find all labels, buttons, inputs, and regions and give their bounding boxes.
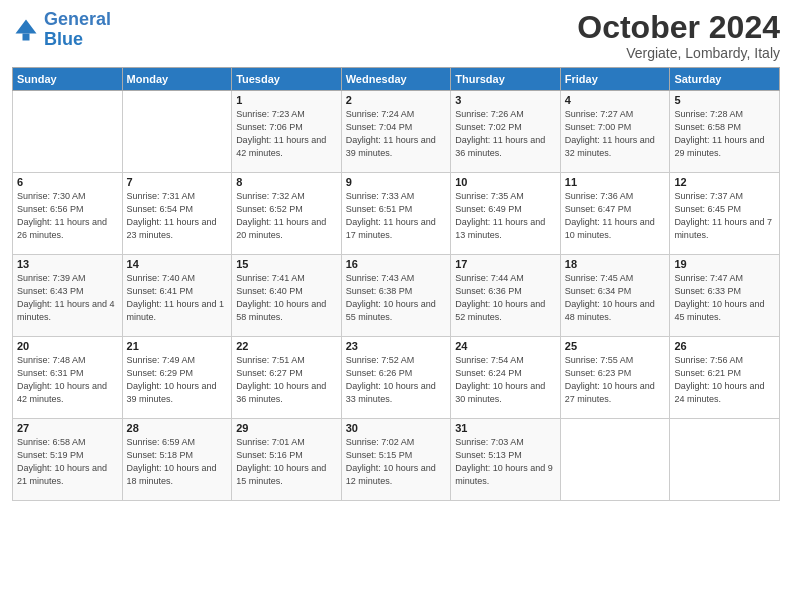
day-cell: 27Sunrise: 6:58 AM Sunset: 5:19 PM Dayli… [13, 419, 123, 501]
day-cell: 29Sunrise: 7:01 AM Sunset: 5:16 PM Dayli… [232, 419, 342, 501]
day-content: Sunrise: 7:43 AM Sunset: 6:38 PM Dayligh… [346, 272, 447, 324]
day-content: Sunrise: 7:56 AM Sunset: 6:21 PM Dayligh… [674, 354, 775, 406]
month-title: October 2024 [577, 10, 780, 45]
day-number: 7 [127, 176, 228, 188]
day-content: Sunrise: 7:40 AM Sunset: 6:41 PM Dayligh… [127, 272, 228, 324]
week-row-1: 1Sunrise: 7:23 AM Sunset: 7:06 PM Daylig… [13, 91, 780, 173]
day-number: 6 [17, 176, 118, 188]
day-cell: 17Sunrise: 7:44 AM Sunset: 6:36 PM Dayli… [451, 255, 561, 337]
day-cell: 24Sunrise: 7:54 AM Sunset: 6:24 PM Dayli… [451, 337, 561, 419]
day-number: 31 [455, 422, 556, 434]
logo-icon [12, 16, 40, 44]
day-number: 27 [17, 422, 118, 434]
day-number: 4 [565, 94, 666, 106]
week-row-3: 13Sunrise: 7:39 AM Sunset: 6:43 PM Dayli… [13, 255, 780, 337]
day-content: Sunrise: 7:39 AM Sunset: 6:43 PM Dayligh… [17, 272, 118, 324]
col-header-monday: Monday [122, 68, 232, 91]
day-cell: 15Sunrise: 7:41 AM Sunset: 6:40 PM Dayli… [232, 255, 342, 337]
day-cell: 10Sunrise: 7:35 AM Sunset: 6:49 PM Dayli… [451, 173, 561, 255]
day-number: 16 [346, 258, 447, 270]
page-container: General Blue October 2024 Vergiate, Lomb… [0, 0, 792, 507]
day-cell: 1Sunrise: 7:23 AM Sunset: 7:06 PM Daylig… [232, 91, 342, 173]
day-content: Sunrise: 7:54 AM Sunset: 6:24 PM Dayligh… [455, 354, 556, 406]
week-row-4: 20Sunrise: 7:48 AM Sunset: 6:31 PM Dayli… [13, 337, 780, 419]
day-cell: 12Sunrise: 7:37 AM Sunset: 6:45 PM Dayli… [670, 173, 780, 255]
header: General Blue October 2024 Vergiate, Lomb… [12, 10, 780, 61]
day-cell: 21Sunrise: 7:49 AM Sunset: 6:29 PM Dayli… [122, 337, 232, 419]
day-number: 11 [565, 176, 666, 188]
day-cell [122, 91, 232, 173]
title-block: October 2024 Vergiate, Lombardy, Italy [577, 10, 780, 61]
day-number: 1 [236, 94, 337, 106]
day-cell: 16Sunrise: 7:43 AM Sunset: 6:38 PM Dayli… [341, 255, 451, 337]
day-content: Sunrise: 7:32 AM Sunset: 6:52 PM Dayligh… [236, 190, 337, 242]
day-cell: 14Sunrise: 7:40 AM Sunset: 6:41 PM Dayli… [122, 255, 232, 337]
day-cell [13, 91, 123, 173]
day-cell: 3Sunrise: 7:26 AM Sunset: 7:02 PM Daylig… [451, 91, 561, 173]
day-content: Sunrise: 7:30 AM Sunset: 6:56 PM Dayligh… [17, 190, 118, 242]
day-number: 14 [127, 258, 228, 270]
day-number: 26 [674, 340, 775, 352]
day-content: Sunrise: 7:03 AM Sunset: 5:13 PM Dayligh… [455, 436, 556, 488]
day-content: Sunrise: 7:28 AM Sunset: 6:58 PM Dayligh… [674, 108, 775, 160]
day-number: 21 [127, 340, 228, 352]
col-header-wednesday: Wednesday [341, 68, 451, 91]
day-number: 28 [127, 422, 228, 434]
day-content: Sunrise: 7:41 AM Sunset: 6:40 PM Dayligh… [236, 272, 337, 324]
day-number: 2 [346, 94, 447, 106]
day-number: 9 [346, 176, 447, 188]
day-cell: 22Sunrise: 7:51 AM Sunset: 6:27 PM Dayli… [232, 337, 342, 419]
day-content: Sunrise: 6:59 AM Sunset: 5:18 PM Dayligh… [127, 436, 228, 488]
day-number: 3 [455, 94, 556, 106]
day-cell [560, 419, 670, 501]
day-content: Sunrise: 7:31 AM Sunset: 6:54 PM Dayligh… [127, 190, 228, 242]
day-cell: 6Sunrise: 7:30 AM Sunset: 6:56 PM Daylig… [13, 173, 123, 255]
day-content: Sunrise: 7:47 AM Sunset: 6:33 PM Dayligh… [674, 272, 775, 324]
day-cell: 30Sunrise: 7:02 AM Sunset: 5:15 PM Dayli… [341, 419, 451, 501]
calendar-table: SundayMondayTuesdayWednesdayThursdayFrid… [12, 67, 780, 501]
day-content: Sunrise: 7:49 AM Sunset: 6:29 PM Dayligh… [127, 354, 228, 406]
day-number: 13 [17, 258, 118, 270]
col-header-saturday: Saturday [670, 68, 780, 91]
day-cell: 20Sunrise: 7:48 AM Sunset: 6:31 PM Dayli… [13, 337, 123, 419]
day-content: Sunrise: 7:37 AM Sunset: 6:45 PM Dayligh… [674, 190, 775, 242]
day-number: 24 [455, 340, 556, 352]
day-number: 17 [455, 258, 556, 270]
day-content: Sunrise: 7:23 AM Sunset: 7:06 PM Dayligh… [236, 108, 337, 160]
day-content: Sunrise: 6:58 AM Sunset: 5:19 PM Dayligh… [17, 436, 118, 488]
day-cell: 13Sunrise: 7:39 AM Sunset: 6:43 PM Dayli… [13, 255, 123, 337]
day-cell: 11Sunrise: 7:36 AM Sunset: 6:47 PM Dayli… [560, 173, 670, 255]
logo: General Blue [12, 10, 111, 50]
col-header-sunday: Sunday [13, 68, 123, 91]
day-content: Sunrise: 7:24 AM Sunset: 7:04 PM Dayligh… [346, 108, 447, 160]
week-row-5: 27Sunrise: 6:58 AM Sunset: 5:19 PM Dayli… [13, 419, 780, 501]
day-cell: 7Sunrise: 7:31 AM Sunset: 6:54 PM Daylig… [122, 173, 232, 255]
day-cell: 26Sunrise: 7:56 AM Sunset: 6:21 PM Dayli… [670, 337, 780, 419]
day-cell [670, 419, 780, 501]
day-content: Sunrise: 7:51 AM Sunset: 6:27 PM Dayligh… [236, 354, 337, 406]
day-number: 23 [346, 340, 447, 352]
day-content: Sunrise: 7:26 AM Sunset: 7:02 PM Dayligh… [455, 108, 556, 160]
day-content: Sunrise: 7:35 AM Sunset: 6:49 PM Dayligh… [455, 190, 556, 242]
day-content: Sunrise: 7:27 AM Sunset: 7:00 PM Dayligh… [565, 108, 666, 160]
header-row: SundayMondayTuesdayWednesdayThursdayFrid… [13, 68, 780, 91]
day-number: 8 [236, 176, 337, 188]
day-number: 30 [346, 422, 447, 434]
day-number: 29 [236, 422, 337, 434]
day-number: 22 [236, 340, 337, 352]
day-cell: 18Sunrise: 7:45 AM Sunset: 6:34 PM Dayli… [560, 255, 670, 337]
day-content: Sunrise: 7:48 AM Sunset: 6:31 PM Dayligh… [17, 354, 118, 406]
day-content: Sunrise: 7:02 AM Sunset: 5:15 PM Dayligh… [346, 436, 447, 488]
day-number: 15 [236, 258, 337, 270]
day-content: Sunrise: 7:01 AM Sunset: 5:16 PM Dayligh… [236, 436, 337, 488]
day-content: Sunrise: 7:33 AM Sunset: 6:51 PM Dayligh… [346, 190, 447, 242]
day-content: Sunrise: 7:55 AM Sunset: 6:23 PM Dayligh… [565, 354, 666, 406]
col-header-thursday: Thursday [451, 68, 561, 91]
day-number: 18 [565, 258, 666, 270]
day-cell: 8Sunrise: 7:32 AM Sunset: 6:52 PM Daylig… [232, 173, 342, 255]
day-content: Sunrise: 7:36 AM Sunset: 6:47 PM Dayligh… [565, 190, 666, 242]
day-content: Sunrise: 7:45 AM Sunset: 6:34 PM Dayligh… [565, 272, 666, 324]
location: Vergiate, Lombardy, Italy [577, 45, 780, 61]
day-cell: 31Sunrise: 7:03 AM Sunset: 5:13 PM Dayli… [451, 419, 561, 501]
col-header-tuesday: Tuesday [232, 68, 342, 91]
